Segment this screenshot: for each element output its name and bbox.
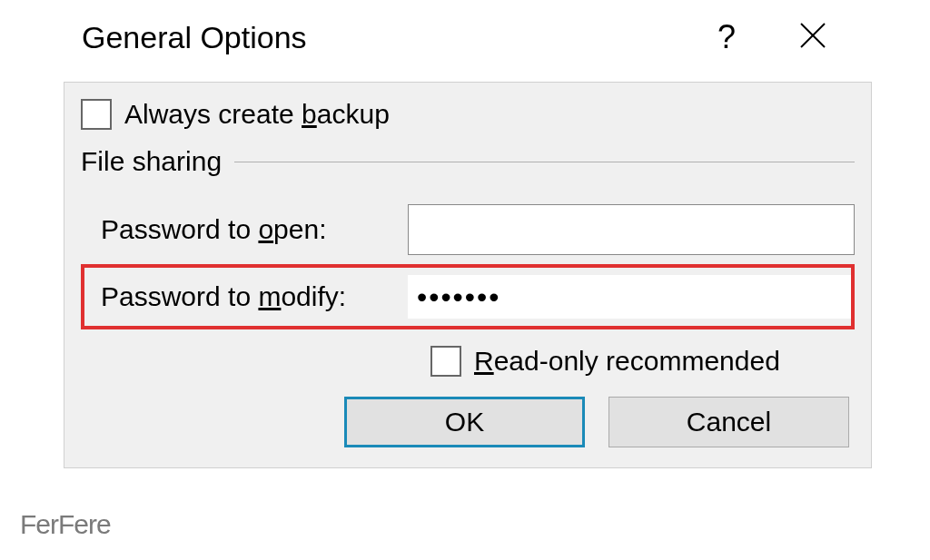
dialog-title: General Options — [82, 20, 717, 55]
password-open-label: Password to open: — [101, 214, 401, 245]
file-sharing-section: File sharing — [81, 146, 855, 177]
backup-checkbox[interactable] — [81, 99, 112, 130]
password-open-row: Password to open: — [81, 195, 855, 264]
ok-button[interactable]: OK — [344, 397, 585, 447]
backup-checkbox-label: Always create backup — [124, 99, 390, 130]
button-row: OK Cancel — [81, 397, 855, 447]
section-label: File sharing — [81, 146, 222, 177]
titlebar: General Options ? — [64, 9, 872, 73]
password-open-input[interactable] — [408, 204, 855, 255]
cancel-button[interactable]: Cancel — [608, 397, 849, 447]
help-icon[interactable]: ? — [717, 18, 736, 56]
password-modify-row: Password to modify: — [81, 264, 855, 329]
titlebar-buttons: ? — [717, 18, 854, 56]
general-options-dialog: General Options ? Always create backup F… — [64, 9, 872, 468]
readonly-checkbox-row: Read-only recommended — [81, 346, 855, 377]
readonly-checkbox-label: Read-only recommended — [474, 346, 780, 377]
backup-checkbox-row: Always create backup — [81, 99, 855, 130]
watermark: FerFere — [20, 509, 111, 540]
readonly-checkbox[interactable] — [430, 346, 461, 377]
password-modify-input[interactable] — [408, 275, 851, 319]
dialog-content: Always create backup File sharing Passwo… — [64, 82, 872, 468]
section-divider — [234, 162, 855, 162]
password-modify-label: Password to modify: — [101, 281, 401, 312]
close-icon[interactable] — [799, 22, 826, 53]
